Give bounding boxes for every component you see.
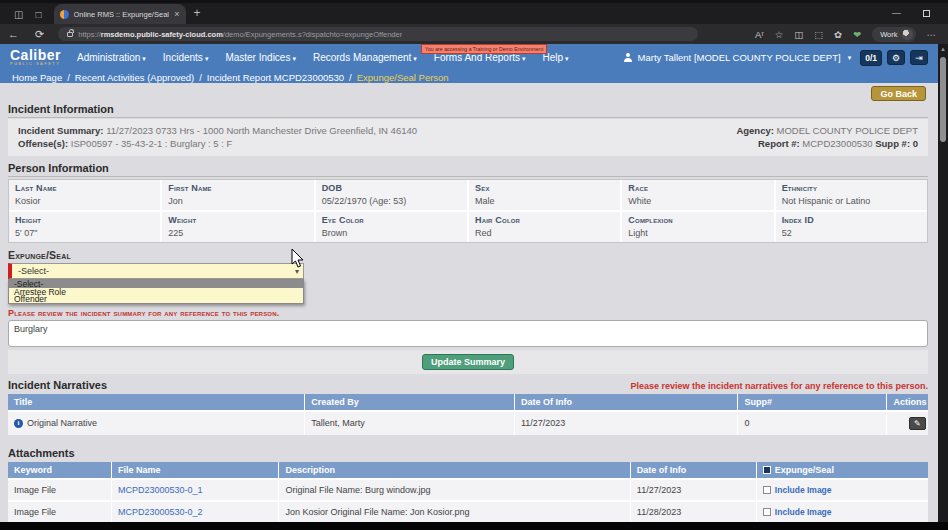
column-header[interactable]: Date Of Info [515, 394, 739, 410]
tab-strip: ◫ □ Online RMS :: Expunge/Seal Offe × + … [0, 3, 948, 24]
refresh-icon[interactable]: ⟳ [27, 28, 52, 41]
report-number-label: Report #: [758, 138, 800, 149]
column-header: Expunge/Seal [775, 465, 834, 475]
address-bar: ← ⟳ https://rmsdemo.public-safety-cloud.… [0, 24, 948, 44]
person-field-ethnicity: EthnicityNot Hispanic or Latino [776, 180, 927, 210]
profile-label: Work [880, 30, 897, 39]
restore-icon[interactable] [923, 10, 930, 17]
read-aloud-icon[interactable]: Aʳ [755, 29, 764, 40]
column-header: Actions [887, 394, 927, 410]
column-header[interactable]: Description [279, 462, 630, 478]
user-icon [624, 53, 633, 62]
include-image-checkbox[interactable] [763, 508, 771, 516]
browser-menu-icon[interactable]: ⋯ [927, 29, 937, 40]
column-header[interactable]: File Name [112, 462, 279, 478]
select-all-expunge-checkbox[interactable] [763, 466, 771, 474]
logout-button[interactable]: ⇥ [910, 50, 928, 65]
person-field-dob: DOB05/22/1970 (Age: 53) [316, 180, 467, 210]
favorites-icon[interactable]: ☆ [775, 29, 784, 40]
notification-counter-badge[interactable]: 0/1 [860, 50, 882, 66]
chevron-down-icon: ▾ [142, 55, 146, 62]
breadcrumb-recent-activities[interactable]: Recent Activities (Approved) [75, 72, 194, 83]
attachment-date: 11/28/2023 [631, 502, 757, 522]
chevron-down-icon: ▾ [522, 55, 526, 62]
logout-icon: ⇥ [915, 53, 923, 63]
attachment-date: 11/27/2023 [631, 480, 757, 500]
nav-administration[interactable]: Administration▾ [77, 52, 146, 63]
gear-icon: ⚙ [892, 53, 900, 63]
offenses-value: ISP00597 - 35-43-2-1 : Burglary : 5 : F [71, 138, 233, 149]
column-header[interactable]: Keyword [8, 462, 112, 478]
column-header[interactable]: Supp# [738, 394, 887, 410]
edit-icon: ✎ [914, 419, 921, 428]
summary-textarea[interactable]: Burglary [8, 320, 928, 347]
incident-narratives-table: Title Created By Date Of Info Supp# Acti… [8, 394, 928, 435]
include-image-checkbox[interactable] [763, 486, 771, 494]
scroll-up-icon[interactable]: ▲ [938, 46, 948, 52]
caliber-logo[interactable]: Caliber PUBLIC SAFETY [10, 48, 61, 67]
column-header[interactable]: Created By [305, 394, 515, 410]
user-name[interactable]: Marty Tallent [MODEL COUNTY POLICE DEPT] [638, 52, 841, 63]
person-field-hair-color: Hair ColorRed [469, 212, 620, 242]
attachment-file-link[interactable]: MCPD23000530-0_1 [118, 485, 203, 495]
attachment-description: Jon Kosior Original File Name: Jon Kosio… [279, 502, 630, 522]
collections-icon[interactable]: ⬚ [814, 29, 823, 40]
include-image-label: Include Image [775, 507, 832, 517]
app-header: Caliber PUBLIC SAFETY Administration▾ In… [0, 44, 938, 83]
summary-warning: Please review the incident summary for a… [8, 308, 928, 318]
select-value: -Select- [12, 266, 295, 276]
offenses-label: Offense(s): [18, 138, 68, 149]
supp-number-value: 0 [913, 138, 918, 149]
workspaces-icon[interactable]: ◫ [14, 9, 23, 20]
agency-value: MODEL COUNTY POLICE DEPT [777, 125, 918, 136]
incident-summary-label: Incident Summary: [18, 125, 104, 136]
minimize-icon[interactable]: — [892, 8, 901, 18]
nav-master-indices[interactable]: Master Indices▾ [225, 52, 296, 63]
nav-incidents[interactable]: Incidents▾ [163, 52, 209, 63]
split-screen-icon[interactable]: ◫ [794, 29, 803, 40]
table-row: Image File MCPD23000530-0_2 Jon Kosior O… [8, 500, 928, 522]
attachment-file-link[interactable]: MCPD23000530-0_2 [118, 507, 203, 517]
back-icon[interactable]: ← [0, 28, 27, 40]
browser-essentials-icon[interactable]: ❤ [853, 29, 861, 40]
chevron-down-icon: ▾ [205, 55, 209, 62]
option-arrestee-role[interactable]: Arrestee Role [9, 288, 303, 296]
include-image-label: Include Image [775, 485, 832, 495]
narrative-title: Original Narrative [27, 418, 97, 428]
attachment-description: Original File Name: Burg window.jpg [279, 480, 630, 500]
tab-actions-icon[interactable]: □ [35, 9, 41, 20]
breadcrumb-incident-report[interactable]: Incident Report MCPD23000530 [207, 72, 344, 83]
scrollbar-thumb[interactable] [940, 57, 946, 142]
expunge-seal-options: -Select- Arrestee Role Offender [8, 279, 304, 304]
column-header[interactable]: Title [8, 394, 305, 410]
tab-title: Online RMS :: Expunge/Seal Offe [74, 10, 170, 19]
attachments-table: Keyword File Name Description Date of In… [8, 462, 928, 522]
agency-label: Agency: [736, 125, 773, 136]
url-input[interactable]: https://rmsdemo.public-safety-cloud.com/… [58, 27, 698, 41]
breadcrumb-home[interactable]: Home Page [12, 72, 62, 83]
browser-tab[interactable]: Online RMS :: Expunge/Seal Offe × [54, 4, 186, 24]
person-field-sex: SexMale [469, 180, 620, 210]
expunge-seal-select[interactable]: -Select- ▾ [8, 263, 304, 279]
extensions-icon[interactable]: ✿ [834, 29, 842, 40]
mouse-cursor [291, 248, 306, 273]
summary-button-strip: Update Summary [8, 350, 928, 374]
edit-narrative-button[interactable]: ✎ [909, 417, 926, 430]
close-tab-icon[interactable]: × [174, 9, 179, 19]
update-summary-button[interactable]: Update Summary [422, 354, 514, 370]
bottom-bar [0, 522, 948, 530]
new-tab-icon[interactable]: + [186, 6, 211, 24]
column-header[interactable]: Date of Info [631, 462, 757, 478]
nav-records-management[interactable]: Records Management▾ [313, 52, 417, 63]
scrollbar[interactable]: ▲ [938, 44, 948, 522]
settings-button[interactable]: ⚙ [887, 50, 905, 65]
chevron-down-icon: ▾ [565, 55, 569, 62]
incident-information-panel: Incident Summary: 11/27/2023 0733 Hrs - … [8, 119, 928, 156]
table-row: Image File MCPD23000530-0_1 Original Fil… [8, 478, 928, 500]
profile-button[interactable]: Work [872, 27, 915, 42]
chevron-down-icon[interactable]: ▾ [848, 54, 852, 62]
narrative-date: 11/27/2023 [515, 412, 739, 435]
info-icon[interactable]: i [14, 419, 23, 428]
person-field-complexion: ComplexionLight [622, 212, 773, 242]
go-back-button[interactable]: Go Back [871, 86, 926, 101]
